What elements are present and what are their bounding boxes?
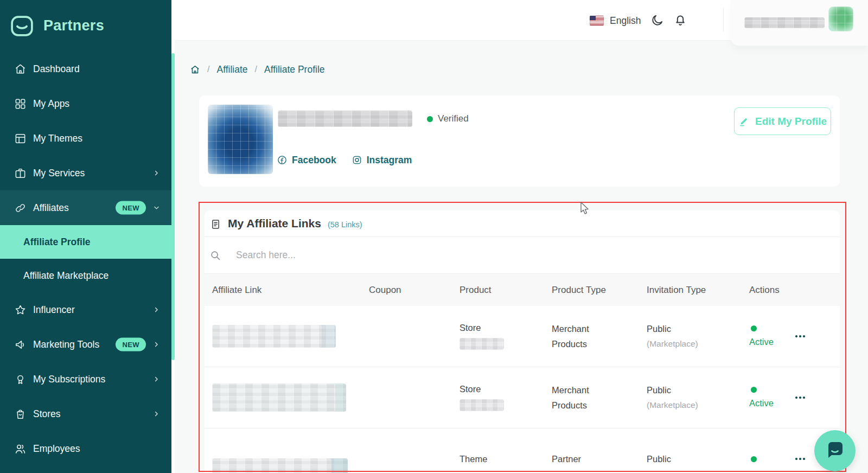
panel-title: My Affiliate Links	[228, 217, 321, 230]
breadcrumb-separator: /	[207, 65, 209, 74]
breadcrumb-home-icon[interactable]	[190, 65, 200, 75]
sidebar-item-affiliate-marketplace[interactable]: Affiliate Marketplace	[0, 259, 171, 292]
shopping-bag-icon	[14, 408, 27, 420]
row-actions-button[interactable]	[794, 393, 806, 402]
instagram-label: Instagram	[367, 155, 412, 166]
topbar-divider	[723, 8, 724, 31]
grid-icon	[14, 98, 27, 110]
verified-dot	[427, 116, 433, 122]
verified-badge: Verified	[427, 112, 469, 126]
sidebar-item-stores[interactable]: Stores	[0, 397, 171, 431]
notifications-button[interactable]	[673, 13, 687, 27]
store-name-blurred	[459, 338, 504, 350]
product-type-line: Merchant	[552, 385, 647, 395]
chevron-right-icon	[152, 375, 161, 383]
instagram-icon	[352, 155, 362, 165]
invitation-note: (Marketplace)	[647, 339, 749, 349]
table-row: Store Merchant Products Public (Marketpl…	[205, 306, 840, 367]
chevron-right-icon	[152, 341, 161, 349]
edit-profile-button[interactable]: Edit My Profile	[734, 107, 831, 135]
salla-logo-icon	[9, 13, 35, 39]
status-label: Active	[749, 337, 774, 347]
invitation-type: Public	[647, 454, 749, 464]
document-icon	[210, 219, 221, 230]
verified-label: Verified	[438, 113, 469, 124]
home-icon	[14, 63, 27, 75]
award-icon	[14, 373, 27, 386]
user-avatar	[828, 7, 853, 31]
sidebar-item-my-themes[interactable]: My Themes	[0, 121, 171, 156]
app-logo[interactable]: Partners	[9, 13, 104, 39]
status-dot	[751, 325, 757, 331]
status-badge: Active	[749, 387, 774, 408]
sidebar-scrollbar-thumb[interactable]	[171, 53, 175, 360]
bell-icon	[673, 13, 687, 27]
chevron-right-icon	[152, 169, 161, 177]
search-input[interactable]	[236, 250, 616, 261]
sidebar-item-affiliates[interactable]: Affiliates NEW	[0, 190, 171, 225]
breadcrumb-current: Affiliate Profile	[264, 64, 325, 75]
table-header: Affiliate Link Coupon Product Product Ty…	[205, 274, 840, 306]
breadcrumb-separator: /	[255, 65, 257, 74]
sidebar-item-my-services[interactable]: My Services	[0, 156, 171, 190]
star-icon	[14, 304, 27, 316]
sidebar-item-marketing-tools[interactable]: Marketing Tools NEW	[0, 327, 171, 362]
chevron-right-icon	[152, 306, 161, 314]
sidebar-item-label: My Subscriptions	[33, 374, 105, 385]
invitation-type: Public	[647, 324, 749, 334]
edit-profile-label: Edit My Profile	[755, 116, 827, 127]
search-bar	[205, 237, 840, 274]
sidebar-item-label: Dashboard	[33, 63, 80, 75]
sidebar-item-affiliate-profile[interactable]: Affiliate Profile	[0, 225, 171, 259]
col-coupon: Coupon	[369, 285, 459, 296]
status-dot	[751, 387, 757, 393]
layout-icon	[14, 132, 27, 145]
sidebar-item-label: My Apps	[33, 98, 69, 110]
instagram-link[interactable]: Instagram	[352, 155, 412, 166]
chevron-right-icon	[152, 410, 161, 418]
product-type-line: Products	[552, 400, 647, 411]
table-row: Theme Partner Public	[205, 429, 840, 473]
dark-mode-toggle[interactable]	[650, 14, 664, 27]
status-badge: Active	[749, 325, 774, 347]
user-menu[interactable]	[731, 0, 868, 46]
sidebar-item-label: Employees	[33, 443, 80, 455]
sidebar-nav: Dashboard My Apps My Themes My Services	[0, 52, 171, 466]
pencil-icon	[738, 116, 750, 127]
sidebar-item-my-subscriptions[interactable]: My Subscriptions	[0, 362, 171, 397]
status-label: Active	[749, 398, 774, 408]
col-affiliate-link: Affiliate Link	[212, 285, 369, 296]
row-actions-button[interactable]	[794, 332, 806, 341]
link-icon	[14, 202, 27, 214]
affiliate-link-blurred	[212, 383, 346, 412]
invitation-note: (Marketplace)	[647, 400, 749, 410]
breadcrumb: / Affiliate / Affiliate Profile	[190, 62, 325, 76]
new-badge: NEW	[116, 201, 146, 215]
chat-widget-button[interactable]	[814, 430, 856, 471]
sidebar-item-label: Stores	[33, 408, 61, 420]
col-invitation-type: Invitation Type	[647, 285, 749, 296]
col-product-type: Product Type	[552, 285, 647, 296]
table-row: Store Merchant Products Public (Marketpl…	[205, 367, 840, 429]
store-name-blurred	[459, 399, 504, 411]
social-links: Facebook Instagram	[277, 152, 412, 168]
sidebar-item-employees[interactable]: Employees	[0, 431, 171, 466]
search-icon	[209, 250, 221, 261]
sidebar-item-influencer[interactable]: Influencer	[0, 292, 171, 327]
affiliate-links-panel: My Affiliate Links (58 Links) Affiliate …	[205, 210, 840, 473]
facebook-link[interactable]: Facebook	[277, 155, 336, 166]
sidebar-item-dashboard[interactable]: Dashboard	[0, 52, 171, 86]
breadcrumb-affiliate[interactable]: Affiliate	[216, 64, 247, 75]
us-flag-icon	[590, 16, 604, 25]
facebook-icon	[277, 155, 288, 165]
product-kind: Store	[459, 323, 552, 333]
sidebar: Partners Dashboard My Apps My Themes	[0, 0, 171, 473]
product-type-line: Merchant	[552, 324, 647, 334]
product-type-line: Partner	[552, 454, 647, 464]
language-selector[interactable]: English	[590, 11, 641, 30]
panel-header: My Affiliate Links (58 Links)	[205, 210, 840, 237]
row-actions-button[interactable]	[794, 455, 806, 463]
links-count: (58 Links)	[328, 220, 362, 229]
affiliate-link-blurred	[212, 325, 336, 348]
sidebar-item-my-apps[interactable]: My Apps	[0, 86, 171, 121]
